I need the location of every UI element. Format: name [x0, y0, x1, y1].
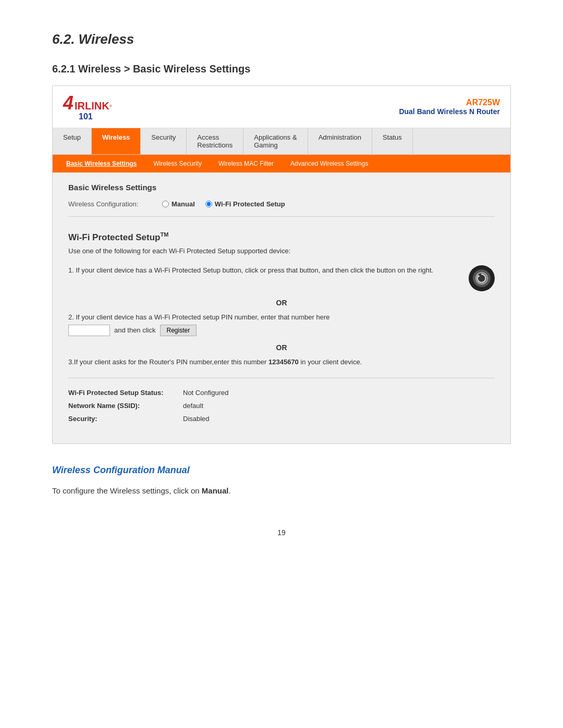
or-divider-1: OR [68, 299, 495, 307]
wps-icon [473, 269, 491, 287]
tab-setup[interactable]: Setup [53, 128, 92, 154]
step3-prefix: 3.If your client asks for the Router's P… [68, 358, 268, 366]
status-row-ssid: Network Name (SSID): default [68, 402, 495, 410]
radio-group: Manual Wi-Fi Protected Setup [162, 200, 285, 208]
tab-security[interactable]: Security [141, 128, 187, 154]
manual-text-bold: Manual [202, 486, 229, 495]
logo-101: 101 [79, 112, 112, 121]
wps-step1-text: 1. If your client device has a Wi-Fi Pro… [68, 265, 463, 276]
router-panel: 4 IRLINK ° 101 AR725W Dual Band Wireless… [52, 85, 511, 444]
pin-number: 12345670 [268, 358, 299, 366]
separator-line [68, 378, 495, 378]
ssid-label: Network Name (SSID): [68, 402, 173, 410]
logo-a-letter: 4 [63, 92, 74, 114]
radio-manual-label[interactable]: Manual [172, 200, 195, 208]
radio-manual-option[interactable]: Manual [162, 200, 195, 208]
manual-text-prefix: To configure the Wireless settings, clic… [52, 486, 202, 495]
status-row-wps: Wi-Fi Protected Setup Status: Not Config… [68, 389, 495, 397]
radio-wps-input[interactable] [205, 201, 212, 207]
tab-applications-gaming[interactable]: Applications &Gaming [243, 128, 308, 154]
manual-section-text: To configure the Wireless settings, clic… [52, 484, 511, 498]
step3-suffix: in your client device. [299, 358, 362, 366]
wps-status-label: Wi-Fi Protected Setup Status: [68, 389, 173, 397]
manual-section: Wireless Configuration Manual To configu… [52, 465, 511, 498]
wps-physical-button[interactable] [469, 265, 495, 291]
config-label: Wireless Configuration: [68, 200, 162, 208]
router-model: AR725W Dual Band Wireless N Router [399, 98, 500, 116]
sub-tab-wireless-security[interactable]: Wireless Security [145, 158, 210, 169]
pin-row: and then click Register [68, 325, 329, 336]
manual-text-period: . [228, 486, 230, 495]
radio-manual-input[interactable] [162, 201, 169, 207]
radio-wps-option[interactable]: Wi-Fi Protected Setup [205, 200, 285, 208]
security-value: Disabled [183, 415, 210, 423]
content-section-title: Basic Wireless Settings [68, 183, 495, 192]
logo-area: 4 IRLINK ° 101 [63, 92, 112, 121]
sub-nav: Basic Wireless Settings Wireless Securit… [53, 155, 510, 172]
wps-step-3: 3.If your client asks for the Router's P… [68, 357, 495, 367]
router-model-desc: Dual Band Wireless N Router [399, 107, 500, 116]
nav-tabs: Setup Wireless Security AccessRestrictio… [53, 128, 510, 155]
content-area: Basic Wireless Settings Wireless Configu… [53, 172, 510, 443]
tab-administration[interactable]: Administration [308, 128, 372, 154]
security-label: Security: [68, 415, 173, 423]
pin-input[interactable] [68, 325, 110, 336]
wps-step3-text: 3.If your client asks for the Router's P… [68, 357, 495, 367]
register-button[interactable]: Register [160, 325, 197, 336]
tab-status[interactable]: Status [372, 128, 413, 154]
status-row-security: Security: Disabled [68, 415, 495, 423]
sub-tab-wireless-mac-filter[interactable]: Wireless MAC Filter [210, 158, 282, 169]
wps-trademark: TM [160, 231, 168, 238]
tab-wireless[interactable]: Wireless [92, 128, 141, 154]
page-number: 19 [52, 528, 511, 537]
wps-section: Wi-Fi Protected SetupTM Use one of the f… [68, 227, 495, 423]
section-title: 6.2. Wireless [52, 31, 511, 47]
step2-suffix: and then click [114, 325, 156, 336]
wps-subtitle: Use one of the following for each Wi-Fi … [68, 247, 495, 255]
sub-tab-advanced-wireless[interactable]: Advanced Wireless Settings [282, 158, 376, 169]
router-header: 4 IRLINK ° 101 AR725W Dual Band Wireless… [53, 86, 510, 128]
logo-dot: ° [109, 103, 112, 111]
wps-status-value: Not Configured [183, 389, 228, 397]
sub-tab-basic-wireless[interactable]: Basic Wireless Settings [58, 158, 145, 169]
logo-irlink: IRLINK [75, 100, 109, 112]
radio-wps-label[interactable]: Wi-Fi Protected Setup [215, 200, 285, 208]
wps-title: Wi-Fi Protected SetupTM [68, 231, 495, 243]
wps-title-text: Wi-Fi Protected Setup [68, 232, 160, 242]
router-model-name: AR725W [399, 98, 500, 107]
wps-step-2: 2. If your client device has a Wi-Fi Pro… [68, 312, 495, 337]
or-divider-2: OR [68, 343, 495, 352]
status-table: Wi-Fi Protected Setup Status: Not Config… [68, 389, 495, 423]
tab-access-restrictions[interactable]: AccessRestrictions [187, 128, 243, 154]
step2-prefix: 2. If your client device has a Wi-Fi Pro… [68, 313, 329, 321]
manual-section-title: Wireless Configuration Manual [52, 465, 511, 476]
subsection-title: 6.2.1 Wireless > Basic Wireless Settings [52, 63, 511, 75]
wireless-config-row: Wireless Configuration: Manual Wi-Fi Pro… [68, 200, 495, 217]
ssid-value: default [183, 402, 203, 410]
wps-step-1: 1. If your client device has a Wi-Fi Pro… [68, 265, 495, 291]
